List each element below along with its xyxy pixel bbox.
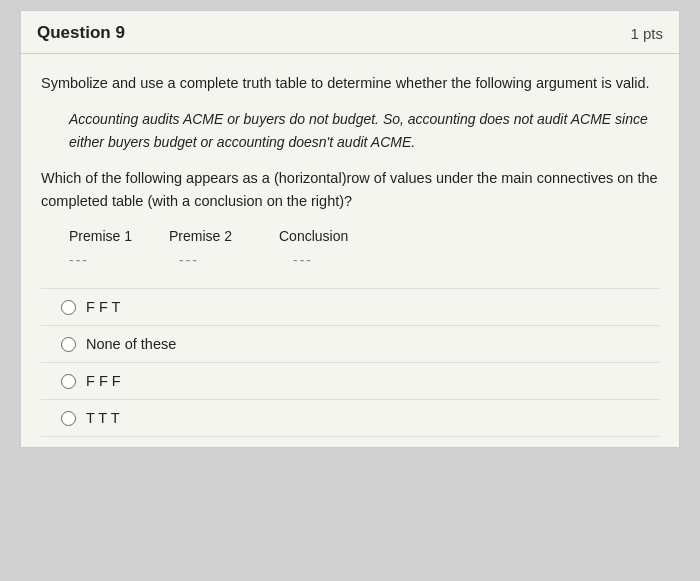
table-header-row: Premise 1 Premise 2 Conclusion bbox=[69, 228, 659, 244]
radio-ttt[interactable] bbox=[61, 411, 76, 426]
option-none[interactable]: None of these bbox=[41, 325, 659, 362]
option-ttt-label: T T T bbox=[86, 410, 120, 426]
options-list: F F T None of these F F F T T T bbox=[41, 288, 659, 437]
question-header: Question 9 1 pts bbox=[21, 11, 679, 54]
radio-fft[interactable] bbox=[61, 300, 76, 315]
question-body: Symbolize and use a complete truth table… bbox=[21, 54, 679, 447]
dash-premise1: --- bbox=[69, 252, 169, 268]
option-none-label: None of these bbox=[86, 336, 176, 352]
option-fft-label: F F T bbox=[86, 299, 120, 315]
italic-argument: Accounting audits ACME or buyers do not … bbox=[69, 108, 659, 153]
question-pts: 1 pts bbox=[630, 25, 663, 42]
col-header-conclusion: Conclusion bbox=[279, 228, 379, 244]
question-text1: Symbolize and use a complete truth table… bbox=[41, 72, 659, 94]
question-card: Question 9 1 pts Symbolize and use a com… bbox=[20, 10, 680, 448]
option-ttt[interactable]: T T T bbox=[41, 399, 659, 437]
col-header-premise1: Premise 1 bbox=[69, 228, 169, 244]
radio-none[interactable] bbox=[61, 337, 76, 352]
option-fff-label: F F F bbox=[86, 373, 121, 389]
option-fft[interactable]: F F T bbox=[41, 288, 659, 325]
question-text2: Which of the following appears as a (hor… bbox=[41, 167, 659, 212]
dash-premise2: --- bbox=[169, 252, 279, 268]
radio-fff[interactable] bbox=[61, 374, 76, 389]
dash-conclusion: --- bbox=[279, 252, 379, 268]
question-title: Question 9 bbox=[37, 23, 125, 43]
dashes-row: --- --- --- bbox=[69, 252, 659, 268]
option-fff[interactable]: F F F bbox=[41, 362, 659, 399]
col-header-premise2: Premise 2 bbox=[169, 228, 279, 244]
